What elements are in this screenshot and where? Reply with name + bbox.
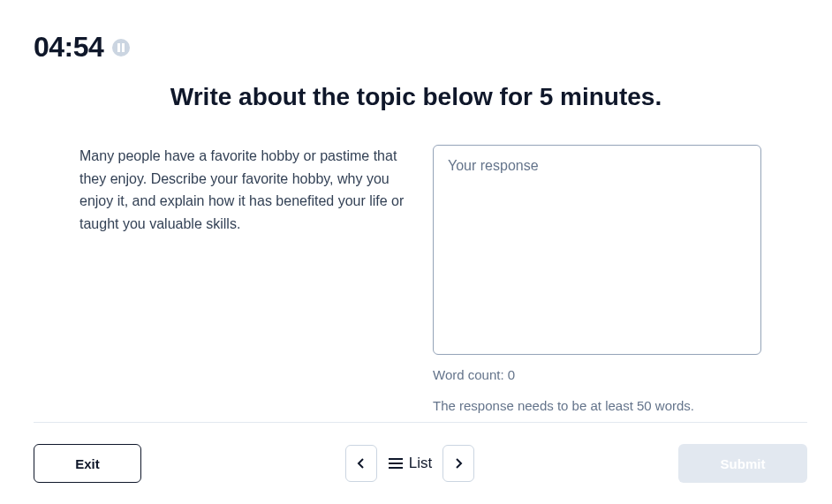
word-count: Word count: 0 xyxy=(433,365,761,386)
timer-value: 04:54 xyxy=(34,31,103,64)
prev-button[interactable] xyxy=(345,445,377,482)
list-icon xyxy=(388,457,404,470)
exit-button[interactable]: Exit xyxy=(34,444,141,483)
svg-rect-1 xyxy=(122,43,125,52)
page-heading: Write about the topic below for 5 minute… xyxy=(0,83,832,111)
pause-button[interactable] xyxy=(112,39,130,56)
svg-rect-0 xyxy=(117,43,120,52)
response-textarea[interactable] xyxy=(433,145,761,355)
submit-button[interactable]: Submit xyxy=(678,444,807,483)
chevron-left-icon xyxy=(354,456,368,470)
list-label: List xyxy=(409,455,432,472)
word-count-value: 0 xyxy=(508,367,515,382)
word-count-label: Word count: xyxy=(433,367,508,382)
prompt-text: Many people have a favorite hobby or pas… xyxy=(79,145,408,235)
chevron-right-icon xyxy=(451,456,465,470)
next-button[interactable] xyxy=(442,445,474,482)
pause-icon xyxy=(117,43,125,52)
min-words-message: The response needs to be at least 50 wor… xyxy=(433,396,761,417)
list-button[interactable]: List xyxy=(388,455,432,472)
